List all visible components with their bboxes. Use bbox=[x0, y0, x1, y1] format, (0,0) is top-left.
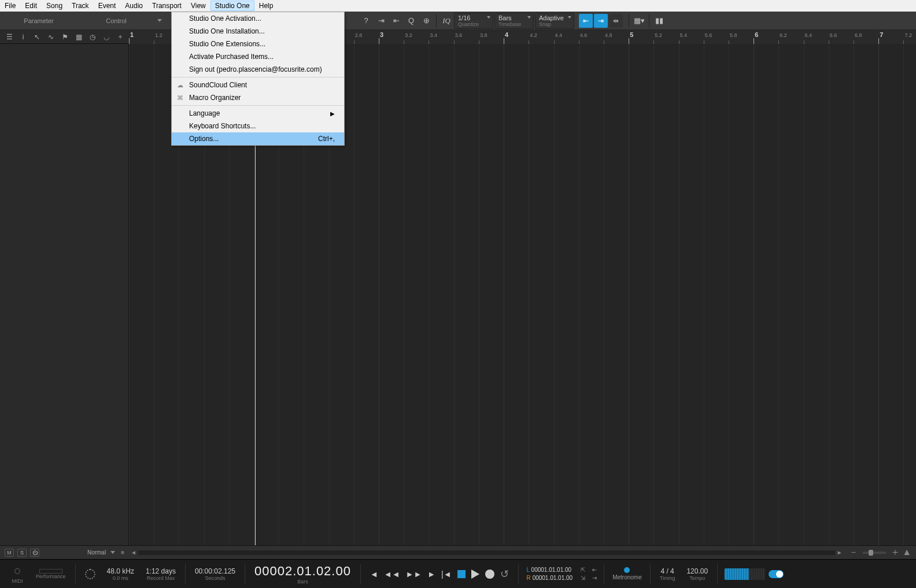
scroll-right-icon[interactable]: ► bbox=[835, 548, 844, 557]
metronome-toggle[interactable]: Metronome bbox=[608, 567, 647, 580]
forward-button[interactable]: ►► bbox=[406, 569, 422, 579]
return-to-start-button[interactable]: |◄ bbox=[441, 569, 452, 579]
snap-start-icon[interactable]: ⇤ bbox=[579, 14, 593, 28]
menu-view[interactable]: View bbox=[186, 1, 210, 11]
tempo-display[interactable]: 120.00 Tempo bbox=[681, 563, 714, 586]
menuitem-studio-one-installation[interactable]: Studio One Installation... bbox=[172, 25, 344, 38]
power-button[interactable]: ⏻ bbox=[30, 549, 39, 557]
zoom-controls[interactable]: －＋ ▲ bbox=[844, 546, 916, 559]
mute-all-button[interactable]: M bbox=[5, 549, 14, 557]
track-list-panel bbox=[0, 44, 129, 545]
seconds-display[interactable]: 00:00:02.125 Seconds bbox=[189, 563, 241, 586]
timebase-selector[interactable]: BarsTimebase bbox=[494, 13, 534, 29]
menuitem-macro-organizer[interactable]: ⌘Macro Organizer bbox=[172, 91, 344, 104]
menuitem-studio-one-extensions[interactable]: Studio One Extensions... bbox=[172, 38, 344, 50]
snap-events-icon[interactable]: ⇹ bbox=[609, 14, 623, 28]
locator-set-buttons[interactable]: ⇱⇲ bbox=[577, 567, 589, 581]
menuitem-language[interactable]: Language▶ bbox=[172, 107, 344, 120]
record-button[interactable] bbox=[485, 569, 494, 579]
menuitem-studio-one-activation[interactable]: Studio One Activation... bbox=[172, 12, 344, 25]
snap-selector[interactable]: AdaptiveSnap bbox=[535, 13, 574, 29]
autoscroll-icon[interactable]: ⇥ bbox=[374, 13, 389, 28]
magnify-icon[interactable]: Q bbox=[404, 13, 419, 28]
bend-tool-icon[interactable]: ◡ bbox=[99, 31, 113, 43]
menu-edit[interactable]: Edit bbox=[20, 1, 42, 11]
menuitem-keyboard-shortcuts[interactable]: Keyboard Shortcuts... bbox=[172, 120, 344, 132]
menu-song[interactable]: Song bbox=[42, 1, 67, 11]
loop-button[interactable]: ↺ bbox=[500, 568, 509, 580]
ruler-label: 6.8 bbox=[855, 32, 862, 38]
ruler-label: 6 bbox=[755, 31, 758, 38]
transport-bar: MIDI Performance 48.0 kHz 0.0 ms 1:12 da… bbox=[0, 559, 916, 588]
target-icon[interactable]: ⊕ bbox=[419, 13, 434, 28]
submenu-arrow-icon: ▶ bbox=[330, 110, 339, 117]
menu-event[interactable]: Event bbox=[94, 1, 121, 11]
top-toolbar: Parameter Control ? ⇥ ⇤ Q ⊕ IQ 1/16Quant… bbox=[0, 12, 916, 30]
menu-bar: FileEditSongTrackEventAudioTransportView… bbox=[0, 0, 916, 12]
flag-tool-icon[interactable]: ⚑ bbox=[58, 31, 72, 43]
horizontal-scrollbar[interactable]: ◄ ► －＋ ▲ bbox=[129, 545, 916, 559]
draw-tool-icon[interactable]: ∿ bbox=[44, 31, 58, 43]
menu-transport[interactable]: Transport bbox=[147, 1, 186, 11]
ruler-label: 2.8 bbox=[355, 32, 363, 38]
ruler-label: 5.4 bbox=[680, 32, 688, 38]
menuitem-activate-purchased-items[interactable]: Activate Purchased Items... bbox=[172, 50, 344, 63]
locator-jump-buttons[interactable]: ⇤⇥ bbox=[589, 567, 600, 581]
rewind-end-button[interactable]: ◄ bbox=[370, 569, 378, 579]
track-height-mode[interactable]: Normal ≡ bbox=[87, 549, 124, 556]
arrow-tool-icon[interactable]: ↖ bbox=[30, 31, 44, 43]
marker-track-icon[interactable]: ▦▾ bbox=[631, 13, 647, 28]
sample-rate-display[interactable]: 48.0 kHz 0.0 ms bbox=[101, 563, 140, 586]
ruler-label: 5.6 bbox=[705, 32, 712, 38]
parameter-label: Parameter bbox=[0, 17, 77, 24]
ruler-label: 5 bbox=[630, 31, 633, 38]
menuitem-options[interactable]: Options...Ctrl+, bbox=[172, 132, 344, 145]
menuitem-label: Language bbox=[189, 109, 220, 117]
ruler-label: 3.6 bbox=[455, 32, 463, 38]
ruler-label: 6.4 bbox=[805, 32, 812, 38]
grid-tool-icon[interactable]: ▦ bbox=[72, 31, 86, 43]
timing-display[interactable]: 4 / 4 Timing bbox=[654, 563, 681, 586]
menu-track[interactable]: Track bbox=[67, 1, 94, 11]
stop-button[interactable] bbox=[457, 570, 466, 578]
output-meter bbox=[725, 568, 765, 580]
play-button[interactable] bbox=[471, 569, 479, 579]
scroll-left-icon[interactable]: ◄ bbox=[129, 548, 138, 557]
transport-buttons: ◄ ◄◄ ►► ► |◄ ↺ bbox=[364, 568, 515, 580]
control-label: Control bbox=[77, 17, 155, 24]
ruler-label: 1.2 bbox=[155, 32, 162, 38]
rewind-button[interactable]: ◄◄ bbox=[384, 569, 400, 579]
control-dropdown-icon[interactable] bbox=[157, 19, 162, 22]
ruler-label: 3 bbox=[380, 31, 383, 38]
forward-end-button[interactable]: ► bbox=[427, 569, 435, 579]
menuitem-label: Studio One Activation... bbox=[189, 14, 261, 23]
add-tool-icon[interactable]: ＋ bbox=[113, 31, 127, 43]
master-toggle[interactable] bbox=[769, 570, 784, 578]
timer-tool-icon[interactable]: ◷ bbox=[86, 31, 99, 43]
iq-button[interactable]: IQ bbox=[439, 13, 454, 28]
performance-meter[interactable]: Performance bbox=[30, 563, 72, 586]
menuitem-soundcloud-client[interactable]: ☁SoundCloud Client bbox=[172, 79, 344, 91]
menu-studio-one[interactable]: Studio One bbox=[210, 1, 254, 11]
ruler-label: 4.2 bbox=[530, 32, 537, 38]
menuitem-sign-out-pedro-plascencia-focusrite-com[interactable]: Sign out (pedro.plascencia@focusrite.com… bbox=[172, 63, 344, 76]
menuitem-label: Macro Organizer bbox=[189, 94, 241, 102]
solo-all-button[interactable]: S bbox=[17, 549, 27, 557]
autoscroll-back-icon[interactable]: ⇤ bbox=[389, 13, 404, 28]
bars-display[interactable]: 00002.01.02.00 Bars bbox=[249, 563, 357, 586]
menuitem-label: SoundCloud Client bbox=[189, 81, 247, 89]
quantize-selector[interactable]: 1/16Quantize bbox=[454, 13, 493, 29]
help-icon[interactable]: ? bbox=[359, 13, 374, 28]
tracklist-icon[interactable]: ☰ bbox=[2, 31, 16, 43]
locator-display[interactable]: L 00001.01.01.00 R 00001.01.01.00 bbox=[522, 566, 578, 582]
menuitem-label: Activate Purchased Items... bbox=[189, 53, 274, 61]
menu-audio[interactable]: Audio bbox=[120, 1, 147, 11]
track-footer-controls: M S ⏻ Normal ≡ bbox=[0, 545, 129, 559]
info-tool-icon[interactable]: i bbox=[16, 31, 30, 43]
video-icon[interactable]: ▮▮ bbox=[652, 13, 667, 28]
menu-help[interactable]: Help bbox=[254, 1, 278, 11]
ruler-label: 4.8 bbox=[605, 32, 612, 38]
midi-activity: MIDI bbox=[5, 563, 30, 586]
menu-file[interactable]: File bbox=[0, 1, 20, 11]
snap-end-icon[interactable]: ⇥ bbox=[594, 14, 608, 28]
